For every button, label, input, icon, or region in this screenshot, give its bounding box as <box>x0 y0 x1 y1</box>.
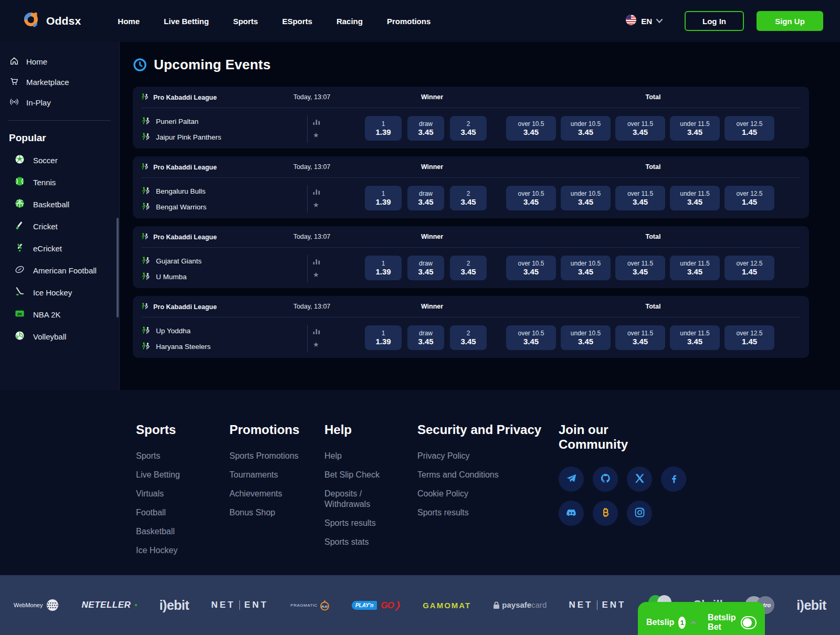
away-team[interactable]: Haryana Steelers <box>142 342 211 352</box>
sidebar-scrollbar[interactable] <box>117 218 119 318</box>
away-team[interactable]: Bengal Warriors <box>142 202 206 212</box>
odds-button-1[interactable]: 1 1.39 <box>365 186 402 210</box>
odds-button-over-12-5[interactable]: over 12.5 1.45 <box>724 325 774 350</box>
odds-button-under-11-5[interactable]: under 11.5 3.45 <box>670 186 720 210</box>
footer-link-privacy-policy[interactable]: Privacy Policy <box>417 451 559 461</box>
league-name[interactable]: Pro Kabaddi League <box>141 163 217 172</box>
odds-button-1[interactable]: 1 1.39 <box>365 116 402 141</box>
social-x-icon[interactable] <box>627 467 652 492</box>
odds-button-over-12-5[interactable]: over 12.5 1.45 <box>724 186 774 210</box>
social-discord-icon[interactable] <box>559 501 584 526</box>
footer-link-sports-stats[interactable]: Sports stats <box>324 537 402 547</box>
home-team[interactable]: Puneri Paltan <box>142 117 198 126</box>
nav-link-home[interactable]: Home <box>118 17 140 26</box>
odds-button-over-11-5[interactable]: over 11.5 3.45 <box>615 256 665 280</box>
footer-link-deposits-withdrawals[interactable]: Deposits / Withdrawals <box>324 489 402 510</box>
sidebar-item-home[interactable]: Home <box>0 51 119 72</box>
footer-link-help[interactable]: Help <box>324 451 402 461</box>
stats-icon[interactable] <box>313 327 320 333</box>
away-team[interactable]: U Mumba <box>142 272 187 282</box>
stats-icon[interactable] <box>313 118 320 124</box>
league-name[interactable]: Pro Kabaddi League <box>141 302 217 311</box>
home-team[interactable]: Gujarat Giants <box>142 256 202 266</box>
footer-link-ice-hockey[interactable]: Ice Hockey <box>136 545 229 556</box>
footer-link-basketball[interactable]: Basketball <box>136 526 229 537</box>
odds-button-under-10-5[interactable]: under 10.5 3.45 <box>561 116 611 141</box>
odds-button-draw[interactable]: draw 3.45 <box>407 325 444 350</box>
betslip-bet-toggle[interactable] <box>741 616 757 629</box>
home-team[interactable]: Up Yoddha <box>142 326 191 336</box>
home-team[interactable]: Bengaluru Bulls <box>142 186 206 196</box>
sidebar-item-marketplace[interactable]: Marketplace <box>0 72 119 92</box>
odds-button-under-11-5[interactable]: under 11.5 3.45 <box>670 256 720 280</box>
stats-icon[interactable] <box>313 187 320 194</box>
sidebar-sport-tennis[interactable]: Tennis <box>0 171 119 193</box>
nav-link-racing[interactable]: Racing <box>337 17 363 26</box>
away-team[interactable]: Jaipur Pink Panthers <box>142 132 222 142</box>
footer-link-sports-promotions[interactable]: Sports Promotions <box>229 451 324 461</box>
odds-button-over-11-5[interactable]: over 11.5 3.45 <box>615 325 665 350</box>
nav-link-promotions[interactable]: Promotions <box>387 17 430 26</box>
sidebar-sport-nba-2k[interactable]: 2K NBA 2K <box>0 303 119 325</box>
footer-link-cookie-policy[interactable]: Cookie Policy <box>417 489 559 499</box>
favorite-star-icon[interactable]: ★ <box>313 132 319 139</box>
footer-link-football[interactable]: Football <box>136 507 229 518</box>
footer-link-live-betting[interactable]: Live Betting <box>136 470 229 480</box>
odds-button-draw[interactable]: draw 3.45 <box>407 256 444 280</box>
nav-link-live-betting[interactable]: Live Betting <box>164 17 209 26</box>
footer-link-terms-and-conditions[interactable]: Terms and Conditions <box>417 470 559 480</box>
language-selector[interactable]: EN <box>625 14 663 28</box>
login-button[interactable]: Log In <box>685 11 744 31</box>
footer-link-virtuals[interactable]: Virtuals <box>136 489 229 499</box>
odds-button-under-10-5[interactable]: under 10.5 3.45 <box>561 256 611 280</box>
favorite-star-icon[interactable]: ★ <box>313 341 319 348</box>
betslip-widget[interactable]: Betslip 1 Betslip Bet <box>638 602 765 635</box>
footer-link-sports-results[interactable]: Sports results <box>324 518 402 528</box>
odds-button-over-10-5[interactable]: over 10.5 3.45 <box>506 186 556 210</box>
odds-button-over-10-5[interactable]: over 10.5 3.45 <box>506 256 556 280</box>
social-github-icon[interactable] <box>593 467 618 492</box>
odds-button-2[interactable]: 2 3.45 <box>450 325 487 350</box>
odds-button-over-12-5[interactable]: over 12.5 1.45 <box>724 116 774 141</box>
odds-button-over-11-5[interactable]: over 11.5 3.45 <box>615 116 665 141</box>
odds-button-under-11-5[interactable]: under 11.5 3.45 <box>670 325 720 350</box>
sidebar-item-in-play[interactable]: In-Play <box>0 92 119 113</box>
favorite-star-icon[interactable]: ★ <box>313 271 319 278</box>
sidebar-sport-american-football[interactable]: American Football <box>0 259 119 281</box>
nav-link-esports[interactable]: ESports <box>282 17 312 26</box>
brand-logo[interactable]: Oddsx <box>21 10 81 32</box>
odds-button-under-11-5[interactable]: under 11.5 3.45 <box>670 116 720 141</box>
odds-button-over-11-5[interactable]: over 11.5 3.45 <box>615 186 665 210</box>
social-instagram-icon[interactable] <box>627 501 652 526</box>
league-name[interactable]: Pro Kabaddi League <box>141 232 217 241</box>
odds-button-1[interactable]: 1 1.39 <box>365 256 402 280</box>
signup-button[interactable]: Sign Up <box>757 11 823 31</box>
sidebar-sport-ice-hockey[interactable]: Ice Hockey <box>0 281 119 303</box>
footer-link-sports[interactable]: Sports <box>136 451 229 461</box>
nav-link-sports[interactable]: Sports <box>233 17 258 26</box>
social-bitcoin-icon[interactable] <box>593 501 618 526</box>
odds-button-under-10-5[interactable]: under 10.5 3.45 <box>561 186 611 210</box>
favorite-star-icon[interactable]: ★ <box>313 202 319 208</box>
odds-button-1[interactable]: 1 1.39 <box>365 325 402 350</box>
odds-button-draw[interactable]: draw 3.45 <box>407 116 444 141</box>
footer-link-bet-slip-check[interactable]: Bet Slip Check <box>324 470 402 480</box>
odds-button-over-10-5[interactable]: over 10.5 3.45 <box>506 325 556 350</box>
odds-button-over-12-5[interactable]: over 12.5 1.45 <box>724 256 774 280</box>
chevron-up-icon[interactable] <box>691 619 696 626</box>
sidebar-sport-ecricket[interactable]: eCricket <box>0 237 119 259</box>
footer-link-bonus-shop[interactable]: Bonus Shop <box>229 507 324 518</box>
sidebar-sport-basketball[interactable]: Basketball <box>0 193 119 215</box>
league-name[interactable]: Pro Kabaddi League <box>141 93 217 102</box>
social-telegram-icon[interactable] <box>559 467 584 492</box>
odds-button-2[interactable]: 2 3.45 <box>450 116 487 141</box>
footer-link-tournaments[interactable]: Tournaments <box>229 470 324 480</box>
footer-link-achievements[interactable]: Achievements <box>229 489 324 499</box>
odds-button-draw[interactable]: draw 3.45 <box>407 186 444 210</box>
sidebar-sport-soccer[interactable]: Soccer <box>0 149 119 171</box>
stats-icon[interactable] <box>313 257 320 263</box>
odds-button-under-10-5[interactable]: under 10.5 3.45 <box>561 325 611 350</box>
social-facebook-icon[interactable] <box>661 467 686 492</box>
footer-link-sports-results[interactable]: Sports results <box>417 507 559 518</box>
sidebar-sport-cricket[interactable]: Cricket <box>0 215 119 237</box>
